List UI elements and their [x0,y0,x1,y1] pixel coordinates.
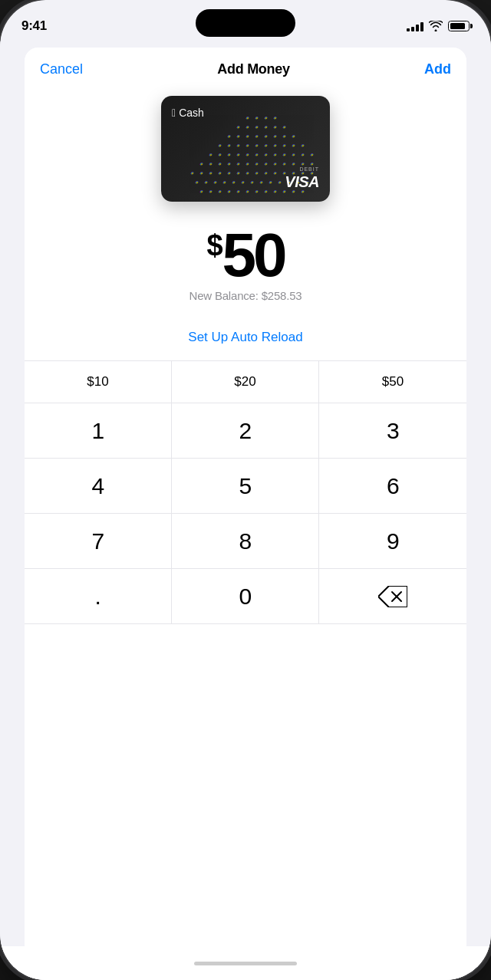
svg-point-8 [264,171,268,175]
status-icons [407,21,470,31]
cancel-button[interactable]: Cancel [40,61,83,77]
svg-point-59 [255,125,259,129]
key-7[interactable]: 7 [25,514,172,569]
svg-point-80 [199,189,203,193]
svg-point-7 [255,171,259,175]
backspace-button[interactable] [319,569,466,624]
svg-point-42 [246,143,249,147]
key-4[interactable]: 4 [25,459,172,514]
key-2[interactable]: 2 [172,403,319,459]
svg-point-65 [264,116,268,120]
svg-point-22 [273,162,277,166]
svg-point-45 [273,143,277,147]
svg-point-16 [218,162,222,166]
svg-point-24 [292,162,295,166]
svg-point-61 [273,125,277,129]
quick-amount-20[interactable]: $20 [172,361,319,403]
key-decimal[interactable]: . [25,569,172,624]
svg-point-32 [255,153,259,156]
svg-point-53 [264,134,268,138]
svg-point-5 [236,171,240,175]
svg-point-34 [273,153,277,156]
card-container:  Cash DEBIT VISA [25,88,466,217]
signal-bar-1 [407,28,410,31]
svg-point-51 [246,134,249,138]
svg-point-18 [236,162,240,166]
key-9[interactable]: 9 [319,514,466,569]
visa-label: VISA [285,173,319,191]
signal-bar-2 [411,27,414,31]
svg-point-35 [282,153,286,156]
auto-reload-link[interactable]: Set Up Auto Reload [188,330,302,345]
svg-point-63 [246,116,249,120]
svg-point-50 [236,134,240,138]
quick-amount-50[interactable]: $50 [319,361,466,403]
svg-point-38 [310,153,314,156]
signal-bar-3 [416,25,419,31]
svg-point-71 [232,180,236,184]
add-money-modal: Cancel Add Money Add [25,48,466,980]
svg-point-86 [255,189,259,193]
svg-point-72 [241,180,245,184]
svg-point-28 [218,153,222,156]
key-6[interactable]: 6 [319,459,466,514]
amount-container: $ 50 New Balance: $258.53 [25,217,466,308]
svg-point-19 [246,162,249,166]
svg-point-52 [255,134,259,138]
quick-amount-10[interactable]: $10 [25,361,172,403]
quick-amounts-row: $10 $20 $50 [25,361,466,403]
svg-point-82 [218,189,222,193]
keypad-container: $10 $20 $50 1 [25,360,466,624]
signal-bar-4 [420,22,423,31]
svg-point-88 [273,189,277,193]
svg-point-69 [213,180,217,184]
svg-point-9 [273,171,277,175]
amount-value: 50 [222,225,285,286]
svg-point-60 [264,125,268,129]
svg-point-26 [310,162,314,166]
amount-display: $ 50 [206,225,284,286]
svg-point-70 [222,180,226,184]
svg-point-0 [190,171,194,175]
svg-point-68 [204,180,208,184]
svg-point-57 [236,125,240,129]
status-time: 9:41 [21,18,47,34]
key-0[interactable]: 0 [172,569,319,624]
home-indicator-area [25,946,466,980]
key-1[interactable]: 1 [25,403,172,459]
svg-point-25 [301,162,305,166]
visa-area: DEBIT VISA [285,166,319,191]
svg-point-81 [209,189,213,193]
svg-point-2 [209,171,213,175]
apple-cash-card:  Cash DEBIT VISA [161,96,330,202]
svg-point-44 [264,143,268,147]
svg-point-15 [209,162,213,166]
svg-point-64 [255,116,259,120]
key-3[interactable]: 3 [319,403,466,459]
svg-point-3 [218,171,222,175]
svg-point-56 [292,134,295,138]
wifi-icon [429,21,443,31]
key-8[interactable]: 8 [172,514,319,569]
svg-point-47 [292,143,295,147]
svg-point-83 [227,189,231,193]
card-brand-name: Cash [179,107,204,119]
svg-point-84 [236,189,240,193]
svg-point-54 [273,134,277,138]
svg-point-29 [227,153,231,156]
svg-point-6 [246,171,249,175]
svg-point-14 [199,162,203,166]
svg-point-46 [282,143,286,147]
phone-frame: 9:41 [0,0,491,980]
svg-point-40 [227,143,231,147]
key-5[interactable]: 5 [172,459,319,514]
card-label:  Cash [172,107,204,119]
svg-point-43 [255,143,259,147]
svg-point-49 [227,134,231,138]
svg-point-75 [269,180,272,184]
svg-point-73 [250,180,254,184]
add-button[interactable]: Add [424,61,451,77]
svg-point-23 [282,162,286,166]
home-indicator [194,962,297,965]
modal-header: Cancel Add Money Add [25,48,466,88]
